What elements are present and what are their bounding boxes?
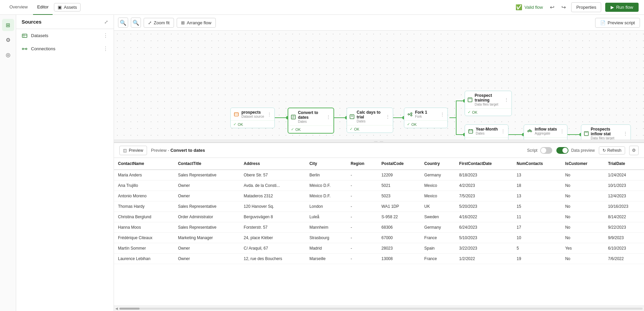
connections-more-icon[interactable]: ⋮ <box>103 46 108 52</box>
node-calc-dots[interactable]: ⋮ <box>385 114 390 119</box>
undo-button[interactable]: ↩ <box>547 2 557 12</box>
redo-button[interactable]: ↪ <box>558 2 568 12</box>
table-cell: 24, place Kléber <box>240 233 305 243</box>
tab-overview[interactable]: Overview <box>5 0 32 15</box>
table-cell: - <box>347 180 377 191</box>
svg-rect-43 <box>585 132 588 133</box>
expand-icon[interactable]: ⤢ <box>104 19 108 25</box>
convert-dates-icon <box>291 114 296 120</box>
node-fork1-dots[interactable]: ⋮ <box>440 112 445 117</box>
flow-canvas[interactable]: prospects Dataset source ⋮ ✓ OK <box>114 31 644 140</box>
node-ym-ok-icon: ✓ <box>468 139 471 140</box>
table-cell: - <box>347 201 377 212</box>
node-prospects[interactable]: prospects Dataset source ⋮ ✓ OK <box>230 108 275 128</box>
fork-icon <box>407 111 413 117</box>
preview-script-button[interactable]: 📄 Preview script <box>595 18 640 28</box>
scrollbar-track[interactable] <box>119 308 643 310</box>
scroll-left-indicator: ◀ <box>115 307 118 310</box>
table-cell: - <box>347 170 377 180</box>
svg-point-39 <box>529 130 530 131</box>
data-preview-toggle[interactable] <box>556 147 568 154</box>
arrange-flow-button[interactable]: ⊞ Arrange flow <box>177 18 216 28</box>
table-row: Antonio MorenoOwnerMataderos 2312México … <box>114 191 644 201</box>
table-row: Hanna MoosSales RepresentativeForsterstr… <box>114 222 644 233</box>
run-flow-button[interactable]: ▶ Run flow <box>605 3 639 12</box>
table-cell: 1/24/2024 <box>604 170 644 180</box>
dataset-node-icon <box>233 111 239 117</box>
datasets-more-icon[interactable]: ⋮ <box>103 32 108 39</box>
svg-point-38 <box>528 131 529 132</box>
table-cell: Christina Berglund <box>114 212 174 222</box>
node-fork1-ok-icon: ✓ <box>407 122 410 126</box>
left-icon-strip: ⊞ ⚙ ◎ <box>0 15 16 311</box>
node-prospects-inflow-stat[interactable]: Prospects inflow stat Data files target … <box>581 124 631 140</box>
zoom-fit-button[interactable]: ⤢ Zoom fit <box>144 18 174 28</box>
tab-editor[interactable]: Editor <box>33 0 53 15</box>
sidebar-item-connections[interactable]: Connections ⋮ <box>16 42 114 55</box>
table-cell: Mannheim <box>305 222 347 233</box>
zoom-in-button[interactable]: 🔍 <box>118 18 128 28</box>
table-cell: London <box>305 201 347 212</box>
table-cell: Antonio Moreno <box>114 191 174 201</box>
col-header-iscustomer: IsCustomer <box>561 158 604 170</box>
col-header-city: City <box>305 158 347 170</box>
sidebar-item-datasets[interactable]: Datasets ⋮ <box>16 29 114 42</box>
table-cell: 13 <box>513 170 561 180</box>
node-pis-dots[interactable]: ⋮ <box>623 131 628 136</box>
settings-button[interactable]: ⚙ <box>629 146 639 155</box>
node-prospects-dots[interactable]: ⋮ <box>267 112 272 117</box>
connections-label: Connections <box>31 46 55 51</box>
col-header-contactname: ContactName <box>114 158 174 170</box>
table-cell: Frédérique Citeaux <box>114 233 174 243</box>
table-cell: 12209 <box>377 170 420 180</box>
data-table-wrapper[interactable]: ContactNameContactTitleAddressCityRegion… <box>114 158 644 306</box>
script-toggle[interactable] <box>540 147 552 154</box>
tab-assets[interactable]: ▣ Assets <box>54 3 81 11</box>
node-is-title: Inflow stats <box>535 127 557 132</box>
table-cell: 7/5/2023 <box>455 191 513 201</box>
table-cell: UK <box>420 201 455 212</box>
svg-rect-18 <box>234 113 238 116</box>
table-cell: 12/4/2023 <box>604 191 644 201</box>
node-prospect-training[interactable]: Prospect training Data files target ⋮ ✓ … <box>465 91 512 116</box>
canvas-wrapper: 🔍 🔍 ⤢ Zoom fit ⊞ Arrange flow 📄 Preview … <box>114 15 644 311</box>
left-strip-target[interactable]: ◎ <box>2 49 14 61</box>
node-calc-ok-icon: ✓ <box>350 127 353 131</box>
zoom-out-button[interactable]: 🔍 <box>131 18 141 28</box>
table-row: Martín SommerOwnerC/ Araquil, 67Madrid-2… <box>114 243 644 254</box>
left-strip-home[interactable]: ⊞ <box>2 19 14 31</box>
node-convert-to-dates[interactable]: Convert to dates Dates ⋮ ✓ OK <box>288 108 334 134</box>
node-ym-dots[interactable]: ⋮ <box>501 129 505 134</box>
table-cell: No <box>561 212 604 222</box>
svg-point-40 <box>530 131 532 132</box>
node-year-month[interactable]: Year-Month Dates ⋮ ✓ OK <box>465 124 508 140</box>
node-inflow-stats[interactable]: Inflow stats Aggregate ⋮ ✓ OK <box>524 124 567 140</box>
node-pt-dots[interactable]: ⋮ <box>504 97 509 103</box>
table-row: Christina BerglundOrder AdministratorBer… <box>114 212 644 222</box>
node-is-dots[interactable]: ⋮ <box>560 129 564 134</box>
scrollbar-area[interactable]: ◀ <box>114 306 644 311</box>
table-cell: No <box>561 201 604 212</box>
node-convert-dots[interactable]: ⋮ <box>326 114 331 120</box>
panel-drag-handle[interactable]: — — <box>114 140 644 142</box>
preview-tab-button[interactable]: ◫ Preview <box>119 146 147 155</box>
node-calc-days[interactable]: Calc days to trial Dates ⋮ ✓ OK <box>347 108 393 133</box>
datasets-icon <box>22 33 28 39</box>
zoom-in-icon: 🔍 <box>120 20 126 26</box>
node-fork1-title: Fork 1 <box>415 110 427 115</box>
table-cell: 6/24/2023 <box>455 222 513 233</box>
table-cell: 11 <box>513 212 561 222</box>
table-cell: Owner <box>174 254 240 264</box>
table-cell: Sales Representative <box>174 170 240 180</box>
play-icon: ▶ <box>611 5 614 10</box>
col-header-firstcontactdate: FirstContactDate <box>455 158 513 170</box>
refresh-button[interactable]: ↻ Refresh <box>599 146 625 154</box>
left-strip-settings[interactable]: ⚙ <box>2 34 14 46</box>
svg-point-27 <box>408 114 409 115</box>
properties-button[interactable]: Properties <box>571 2 601 12</box>
sidebar-header: Sources ⤢ <box>16 15 114 29</box>
table-cell: Avda. de la Consti... <box>240 180 305 191</box>
node-fork1[interactable]: Fork 1 Fork ⋮ ✓ OK <box>404 108 448 128</box>
table-cell: 6/10/2023 <box>604 243 644 254</box>
table-cell: 13008 <box>377 254 420 264</box>
